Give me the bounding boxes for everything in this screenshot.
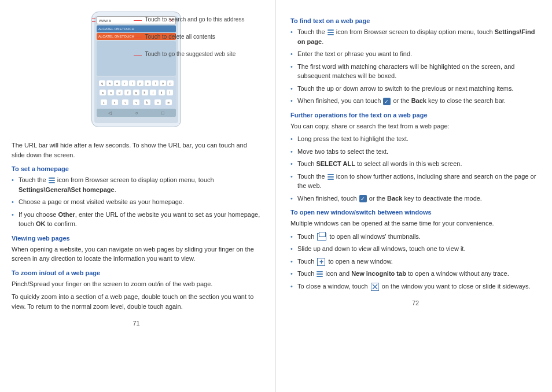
annotation-3: — Touch to go the suggested web site: [134, 49, 261, 60]
find-bullet-1: Touch the icon from Browser screen to di…: [290, 27, 540, 46]
set-homepage-title: To set a homepage: [12, 165, 261, 172]
key-q: q: [99, 80, 105, 86]
keyboard-row-2: a s d f g h j k l: [98, 90, 174, 95]
key-z: z: [101, 99, 107, 105]
zoom-body1: Pinch/Spread your finger on the screen t…: [12, 279, 261, 289]
key-e: e: [114, 80, 120, 86]
other-bold: Other: [58, 211, 75, 218]
key-r: r: [122, 80, 128, 86]
further-bullet-4: Touch the icon to show further actions, …: [290, 172, 540, 191]
key-d: d: [116, 90, 123, 95]
key-n: n: [154, 99, 161, 105]
key-g: g: [133, 90, 139, 95]
find-bullet-2: Enter the text or phrase you want to fin…: [290, 49, 540, 59]
bullet3-prefix: If you choose: [19, 211, 58, 218]
annotations-block: — Touch to search and go to this address…: [134, 14, 261, 67]
homepage-bullet-2: Choose a page or most visited website as…: [12, 197, 261, 207]
new-window-body: Multiple windows can be opened at the sa…: [290, 219, 540, 228]
url-text: www.a: [99, 19, 111, 23]
right-page-number: 72: [290, 299, 540, 306]
viewing-pages-body: When opening a website, you can navigate…: [12, 245, 261, 264]
checkmark-icon-2: [359, 195, 367, 202]
nav-back: ◁: [108, 110, 112, 116]
key-k: k: [159, 90, 165, 95]
further-bullet-5: When finished, touch or the Back key to …: [290, 194, 540, 204]
alcatel2-text: ALCATEL ONETOUCH: [98, 35, 134, 38]
window-bullet-2: Slide up and down to view all windows, t…: [290, 244, 540, 254]
key-o: o: [160, 80, 166, 86]
arrow-icon-3: —: [134, 50, 142, 59]
annotation-3-text: Touch to go the suggested web site: [145, 51, 236, 57]
nav-recent: □: [161, 110, 164, 116]
settings-homepage-bold: Settings\General\Set homepage: [19, 186, 115, 193]
key-j: j: [150, 90, 156, 95]
key-b: b: [144, 99, 150, 105]
plus-icon: +: [317, 258, 325, 266]
arrow-icon-2: —: [134, 32, 142, 42]
key-h: h: [142, 90, 148, 95]
zoom-body2: To quickly zoom into a section of a web …: [12, 292, 261, 311]
further-ops-title: Further operations for the text on a web…: [290, 112, 540, 119]
key-f: f: [124, 90, 131, 95]
select-all-bold: SELECT ALL: [316, 160, 355, 167]
window-bullet-5: To close a window, touch on the window y…: [290, 282, 540, 291]
key-m: m: [165, 99, 172, 105]
keyboard-row-1: q w e r t y u i o p: [98, 80, 174, 86]
further-ops-body: You can copy, share or search the text f…: [290, 121, 540, 131]
window-bullet-1: Touch to open all windows' thumbnails.: [290, 232, 540, 242]
bullet3-suffix: to confirm.: [45, 220, 76, 227]
find-bullet-3: The first word with matching characters …: [290, 62, 540, 81]
ok-bold: OK: [36, 220, 46, 227]
key-i: i: [152, 80, 159, 86]
x-close-icon: [371, 283, 379, 291]
key-p: p: [167, 80, 174, 86]
annotation-2-text: Touch to delete all contents: [145, 34, 215, 40]
find-bullet-5: When finished, you can touch or the Back…: [290, 96, 540, 106]
menu-icon-incognito: [317, 271, 323, 277]
new-window-title: To open new window/switch between window…: [290, 209, 540, 216]
left-page-number: 71: [12, 320, 261, 327]
key-a: a: [100, 90, 106, 95]
phone-keyboard: q w e r t y u i o p a: [97, 77, 176, 109]
homepage-bullet-1: Touch the icon from Browser screen to di…: [12, 175, 261, 194]
key-u: u: [145, 80, 151, 86]
further-bullet-1: Long press the text to highlight the tex…: [290, 134, 540, 144]
diagram-area: www.a ✕ ALCATEL ONETOUCH ALCATEL ONETO: [12, 12, 261, 136]
key-c: c: [122, 99, 128, 105]
checkmark-icon-1: [383, 98, 391, 105]
arrow-icon-1: —: [134, 15, 142, 24]
annotation-1: — Touch to search and go to this address: [134, 14, 261, 25]
right-page: To find text on a web page Touch the ico…: [276, 0, 552, 392]
key-w: w: [106, 80, 113, 86]
annotation-2: — Touch to delete all contents: [134, 32, 261, 42]
incognito-bold: New incognito tab: [351, 270, 406, 277]
alcatel1-text: ALCATEL ONETOUCH: [98, 27, 134, 31]
key-y: y: [137, 80, 143, 86]
menu-icon-find: [327, 29, 334, 35]
back-bold-1: Back: [411, 97, 426, 104]
back-bold-2: Back: [387, 195, 402, 202]
url-bar-intro: The URL bar will hide after a few second…: [12, 140, 261, 160]
windows-icon: [317, 233, 326, 241]
homepage-bullet-3: If you choose Other, enter the URL of th…: [12, 210, 261, 229]
left-page: www.a ✕ ALCATEL ONETOUCH ALCATEL ONETO: [0, 0, 276, 392]
further-bullet-3: Touch SELECT ALL to select all words in …: [290, 159, 540, 169]
key-l: l: [167, 90, 173, 95]
menu-icon-1: [49, 177, 55, 183]
zoom-title: To zoom in/out of a web page: [12, 269, 261, 276]
further-bullet-2: Move two tabs to select the text.: [290, 147, 540, 157]
key-t: t: [129, 80, 135, 86]
key-x: x: [112, 99, 118, 105]
touch-label-1: Touch: [297, 233, 316, 240]
key-v: v: [133, 99, 139, 105]
find-bullet-4: Touch the up or down arrow to switch to …: [290, 84, 540, 94]
menu-icon-further: [327, 174, 334, 180]
viewing-pages-title: Viewing web pages: [12, 235, 261, 242]
window-bullet-4: Touch icon and New incognito tab to open…: [290, 269, 540, 279]
key-s: s: [108, 90, 114, 95]
find-text-title: To find text on a web page: [290, 17, 540, 24]
keyboard-row-3: z x c v b n m: [98, 99, 174, 105]
nav-home: ○: [135, 110, 138, 116]
window-bullet-3: Touch + to open a new window.: [290, 257, 540, 267]
annotation-1-text: Touch to search and go to this address: [145, 16, 245, 23]
